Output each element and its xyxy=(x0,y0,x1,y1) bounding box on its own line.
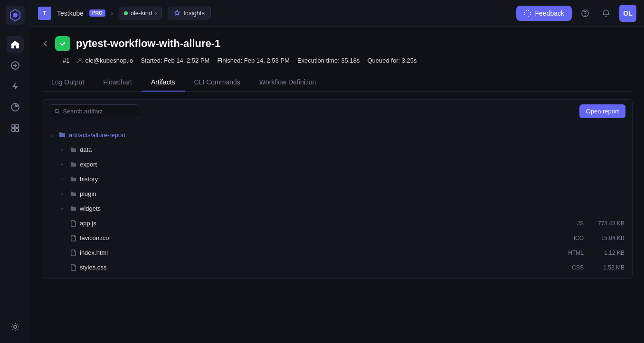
styles-css-size: 1.53 MB xyxy=(591,264,625,271)
insights-label: Insights xyxy=(183,9,205,17)
top-navigation: T Testkube PRO › ole-kind › Insights Fee… xyxy=(30,0,644,27)
sidebar-item-home[interactable] xyxy=(7,36,24,53)
svg-point-10 xyxy=(585,15,586,15)
tree-item-history[interactable]: › history xyxy=(42,172,632,186)
data-folder-name: data xyxy=(80,146,92,153)
svg-point-13 xyxy=(55,109,58,112)
started-value: Feb 14, 2:52 PM xyxy=(164,57,209,64)
queued-value: 3.25s xyxy=(402,57,417,64)
svg-rect-5 xyxy=(16,125,19,128)
workflow-title: pytest-workflow-with-allure-1 xyxy=(76,37,220,50)
sidebar-item-chart[interactable] xyxy=(7,99,24,116)
app-js-size: 773.43 KB xyxy=(591,220,625,227)
sidebar-item-settings[interactable] xyxy=(7,318,24,335)
sidebar-item-add[interactable] xyxy=(7,57,24,74)
search-artifact-input[interactable] xyxy=(63,108,134,115)
run-number: #1 xyxy=(63,57,69,64)
execution-label: Execution time: 35.18s xyxy=(297,57,360,64)
history-folder-icon xyxy=(70,176,77,183)
history-folder-name: history xyxy=(80,176,98,183)
open-report-button[interactable]: Open report xyxy=(579,104,625,118)
execution-value: 35.18s xyxy=(341,57,360,64)
user-icon xyxy=(77,57,83,64)
favicon-file-icon xyxy=(70,234,77,241)
widgets-chevron-icon: › xyxy=(61,206,67,211)
svg-point-1 xyxy=(13,13,18,18)
file-tree: ⌄ artifacts/allure-report › data xyxy=(42,123,632,278)
user-chevron-icon[interactable]: › xyxy=(111,10,113,17)
tree-item-export[interactable]: › export xyxy=(42,157,632,172)
main-content: T Testkube PRO › ole-kind › Insights Fee… xyxy=(30,0,644,343)
user-email: ole@kubeshop.io xyxy=(85,57,133,64)
data-folder-icon xyxy=(70,146,77,153)
artifacts-panel: Open report ⌄ artifacts/allure-report xyxy=(42,99,633,279)
user-avatar-small: T xyxy=(38,7,51,20)
tab-workflow-definition[interactable]: Workflow Definition xyxy=(250,74,326,92)
tab-cli-commands[interactable]: CLI Commands xyxy=(185,74,250,92)
sidebar-item-grid[interactable] xyxy=(7,120,24,137)
styles-css-file-icon xyxy=(70,264,77,271)
sidebar-item-bolt[interactable] xyxy=(7,78,24,95)
insights-button[interactable]: Insights xyxy=(168,7,211,19)
plugin-chevron-icon: › xyxy=(61,191,67,196)
root-folder-name: artifacts/allure-report xyxy=(69,131,125,139)
tree-item-plugin[interactable]: › plugin xyxy=(42,186,632,201)
svg-rect-7 xyxy=(16,129,19,131)
favicon-filename: favicon.ico xyxy=(80,234,109,241)
search-icon xyxy=(54,108,60,115)
tree-item-app-js[interactable]: app.js JS 773.43 KB xyxy=(42,216,632,231)
app-js-type: JS xyxy=(565,220,584,227)
tree-item-styles-css[interactable]: styles.css CSS 1.53 MB xyxy=(42,260,632,275)
workflow-tabs: Log Output Flowchart Artifacts CLI Comma… xyxy=(42,74,633,92)
tree-item-data[interactable]: › data xyxy=(42,142,632,157)
slack-icon xyxy=(524,9,531,17)
help-button[interactable] xyxy=(578,6,593,21)
root-chevron-icon: ⌄ xyxy=(50,132,56,138)
index-html-size: 1.12 KB xyxy=(591,250,625,256)
app-js-meta: JS 773.43 KB xyxy=(565,220,625,227)
styles-css-meta: CSS 1.53 MB xyxy=(565,264,625,271)
svg-point-11 xyxy=(58,39,67,48)
history-chevron-icon: › xyxy=(61,176,67,182)
sidebar xyxy=(0,0,30,343)
queued-label: Queued for: 3.25s xyxy=(367,57,417,64)
env-name-label: ole-kind xyxy=(131,9,152,17)
search-artifact-box[interactable] xyxy=(49,104,139,118)
pro-badge: PRO xyxy=(89,9,105,17)
env-status-dot xyxy=(124,11,128,15)
tree-item-index-html[interactable]: index.html HTML 1.12 KB xyxy=(42,245,632,260)
env-selector[interactable]: ole-kind › xyxy=(119,7,162,19)
app-js-filename: app.js xyxy=(80,220,96,227)
finished-label: Finished: Feb 14, 2:53 PM xyxy=(217,57,290,64)
user-avatar-large[interactable]: OL xyxy=(619,5,636,22)
tree-root-folder[interactable]: ⌄ artifacts/allure-report xyxy=(42,127,632,142)
insights-icon xyxy=(174,10,180,17)
feedback-button[interactable]: Feedback xyxy=(516,6,572,21)
svg-point-12 xyxy=(79,58,81,61)
username-label: Testkube xyxy=(57,9,84,17)
export-folder-name: export xyxy=(80,161,97,168)
tree-item-favicon[interactable]: favicon.ico ICO 15.04 KB xyxy=(42,231,632,245)
favicon-size: 15.04 KB xyxy=(591,235,625,241)
page-content: pytest-workflow-with-allure-1 #1 ole@kub… xyxy=(30,27,644,343)
favicon-type: ICO xyxy=(565,235,584,241)
tree-item-widgets[interactable]: › widgets xyxy=(42,201,632,216)
notifications-button[interactable] xyxy=(598,6,614,21)
data-chevron-icon: › xyxy=(61,147,67,152)
back-button[interactable] xyxy=(42,40,49,47)
export-chevron-icon: › xyxy=(61,162,67,167)
root-folder-icon xyxy=(58,131,66,139)
index-html-meta: HTML 1.12 KB xyxy=(565,250,625,256)
feedback-label: Feedback xyxy=(535,9,564,17)
plugin-folder-name: plugin xyxy=(80,190,96,197)
tab-artifacts[interactable]: Artifacts xyxy=(142,74,185,92)
widgets-folder-name: widgets xyxy=(80,205,101,212)
tab-flowchart[interactable]: Flowchart xyxy=(94,74,142,92)
app-logo[interactable] xyxy=(6,6,25,25)
styles-css-filename: styles.css xyxy=(80,264,106,271)
favicon-meta: ICO 15.04 KB xyxy=(565,235,625,241)
finished-value: Feb 14, 2:53 PM xyxy=(244,57,290,64)
svg-rect-4 xyxy=(12,125,15,128)
env-chevron-icon: › xyxy=(155,10,157,17)
tab-log-output[interactable]: Log Output xyxy=(42,74,94,92)
